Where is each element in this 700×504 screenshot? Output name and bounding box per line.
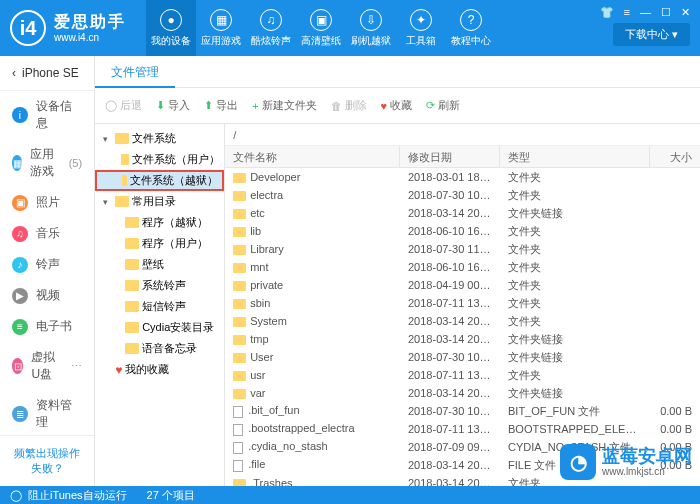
maximize-icon[interactable]: ☐ bbox=[661, 6, 671, 19]
file-row[interactable]: User2018-07-30 10:34:…文件夹链接 bbox=[225, 348, 700, 366]
tree-item-11[interactable]: ♥我的收藏 bbox=[95, 359, 224, 380]
tree-item-7[interactable]: 系统铃声 bbox=[95, 275, 224, 296]
tree-label: 壁纸 bbox=[142, 257, 164, 272]
file-row[interactable]: electra2018-07-30 10:34:…文件夹 bbox=[225, 186, 700, 204]
app-url: www.i4.cn bbox=[54, 32, 126, 44]
close-icon[interactable]: ✕ bbox=[681, 6, 690, 19]
nav-tab-3[interactable]: ▣高清壁纸 bbox=[296, 0, 346, 56]
file-row[interactable]: var2018-03-14 20:23:…文件夹链接 bbox=[225, 384, 700, 402]
tree-item-9[interactable]: Cydia安装目录 bbox=[95, 317, 224, 338]
file-row[interactable]: private2018-04-19 00:49:…文件夹 bbox=[225, 276, 700, 294]
sidebar-item-4[interactable]: ♪铃声 bbox=[0, 249, 94, 280]
heart-icon: ♥ bbox=[381, 100, 388, 112]
tree-item-5[interactable]: 程序（用户） bbox=[95, 233, 224, 254]
nav-label: 我的设备 bbox=[151, 34, 191, 48]
item-count: 27 个项目 bbox=[147, 488, 195, 503]
file-row[interactable]: tmp2018-03-14 20:23:…文件夹链接 bbox=[225, 330, 700, 348]
file-name: sbin bbox=[225, 297, 400, 309]
chevron-left-icon[interactable]: ‹ bbox=[12, 66, 16, 80]
file-row[interactable]: etc2018-03-14 20:23:…文件夹链接 bbox=[225, 204, 700, 222]
nav-icon: ⇩ bbox=[360, 9, 382, 31]
skin-icon[interactable]: 👕 bbox=[600, 6, 614, 19]
sidebar-item-1[interactable]: ▦应用游戏(5) bbox=[0, 139, 94, 187]
nav-tab-1[interactable]: ▦应用游戏 bbox=[196, 0, 246, 56]
file-name: private bbox=[225, 279, 400, 291]
sidebar-item-5[interactable]: ▶视频 bbox=[0, 280, 94, 311]
column-date[interactable]: 修改日期 bbox=[400, 146, 500, 167]
tree-item-10[interactable]: 语音备忘录 bbox=[95, 338, 224, 359]
folder-icon bbox=[122, 175, 127, 186]
sidebar-item-3[interactable]: ♫音乐 bbox=[0, 218, 94, 249]
file-name: .Trashes bbox=[225, 477, 400, 486]
sidebar-item-2[interactable]: ▣照片 bbox=[0, 187, 94, 218]
minimize-icon[interactable]: — bbox=[640, 6, 651, 19]
tree-item-8[interactable]: 短信铃声 bbox=[95, 296, 224, 317]
file-size: 0.00 B bbox=[650, 423, 700, 435]
nav-tab-5[interactable]: ✦工具箱 bbox=[396, 0, 446, 56]
nav-tab-4[interactable]: ⇩刷机越狱 bbox=[346, 0, 396, 56]
tree-item-6[interactable]: 壁纸 bbox=[95, 254, 224, 275]
nav-tab-0[interactable]: ●我的设备 bbox=[146, 0, 196, 56]
sidebar-icon: ▶ bbox=[12, 288, 28, 304]
column-type[interactable]: 类型 bbox=[500, 146, 650, 167]
file-row[interactable]: usr2018-07-11 13:48:…文件夹 bbox=[225, 366, 700, 384]
column-size[interactable]: 大小 bbox=[650, 146, 700, 167]
favorite-button[interactable]: ♥收藏 bbox=[381, 98, 413, 113]
path-bar[interactable]: / bbox=[225, 124, 700, 146]
itunes-toggle[interactable]: ◯ 阻止iTunes自动运行 bbox=[10, 488, 127, 503]
file-row[interactable]: .bootstrapped_electra2018-07-11 13:24:…B… bbox=[225, 420, 700, 438]
export-button[interactable]: ⬆导出 bbox=[204, 98, 238, 113]
new-folder-button[interactable]: +新建文件夹 bbox=[252, 98, 316, 113]
nav-label: 酷炫铃声 bbox=[251, 34, 291, 48]
file-row[interactable]: .bit_of_fun2018-07-30 10:34:…BIT_OF_FUN … bbox=[225, 402, 700, 420]
file-row[interactable]: Developer2018-03-01 18:08:…文件夹 bbox=[225, 168, 700, 186]
file-size: 0.00 B bbox=[650, 441, 700, 453]
tree-item-4[interactable]: 程序（越狱） bbox=[95, 212, 224, 233]
nav-tab-2[interactable]: ♫酷炫铃声 bbox=[246, 0, 296, 56]
file-row[interactable]: .Trashes2018-03-14 20:23:…文件夹 bbox=[225, 474, 700, 486]
sidebar-icon: ⊡ bbox=[12, 358, 23, 374]
expand-icon[interactable]: ▾ bbox=[103, 134, 112, 144]
device-selector[interactable]: ‹ iPhone SE bbox=[0, 56, 94, 91]
sidebar-item-7[interactable]: ⊡虚拟U盘⋯ bbox=[0, 342, 94, 390]
expand-icon[interactable]: ▾ bbox=[103, 197, 112, 207]
file-type: 文件夹 bbox=[500, 476, 650, 487]
feedback-icon[interactable]: ≡ bbox=[624, 6, 630, 19]
file-row[interactable]: System2018-03-14 20:18:…文件夹 bbox=[225, 312, 700, 330]
file-list-header: 文件名称 修改日期 类型 大小 bbox=[225, 146, 700, 168]
download-center-button[interactable]: 下载中心 ▾ bbox=[613, 23, 690, 46]
folder-icon bbox=[233, 191, 246, 201]
file-icon bbox=[233, 406, 243, 418]
refresh-icon: ⟳ bbox=[426, 99, 435, 112]
file-date: 2018-07-30 10:34:… bbox=[400, 189, 500, 201]
file-row[interactable]: .cydia_no_stash2018-07-09 09:49:…CYDIA_N… bbox=[225, 438, 700, 456]
tree-item-0[interactable]: ▾文件系统 bbox=[95, 128, 224, 149]
file-row[interactable]: sbin2018-07-11 13:24:…文件夹 bbox=[225, 294, 700, 312]
sidebar-item-6[interactable]: ≡电子书 bbox=[0, 311, 94, 342]
folder-icon bbox=[115, 196, 129, 207]
refresh-button[interactable]: ⟳刷新 bbox=[426, 98, 460, 113]
sidebar-label: 照片 bbox=[36, 194, 60, 211]
nav-tab-6[interactable]: ?教程中心 bbox=[446, 0, 496, 56]
sidebar-label: 铃声 bbox=[36, 256, 60, 273]
tree-label: 语音备忘录 bbox=[142, 341, 197, 356]
file-size: 0.00 B bbox=[650, 459, 700, 471]
tree-item-3[interactable]: ▾常用目录 bbox=[95, 191, 224, 212]
file-row[interactable]: lib2018-06-10 16:52:…文件夹 bbox=[225, 222, 700, 240]
import-button[interactable]: ⬇导入 bbox=[156, 98, 190, 113]
column-name[interactable]: 文件名称 bbox=[225, 146, 400, 167]
file-row[interactable]: mnt2018-06-10 16:52:…文件夹 bbox=[225, 258, 700, 276]
tab-file-management[interactable]: 文件管理 bbox=[95, 56, 175, 88]
delete-button[interactable]: 🗑删除 bbox=[331, 98, 367, 113]
sidebar-item-0[interactable]: i设备信息 bbox=[0, 91, 94, 139]
tree-item-2[interactable]: 文件系统（越狱） bbox=[95, 170, 224, 191]
tree-label: 程序（用户） bbox=[142, 236, 208, 251]
sidebar-item-8[interactable]: ≣资料管理 bbox=[0, 390, 94, 435]
tree-item-1[interactable]: 文件系统（用户） bbox=[95, 149, 224, 170]
file-row[interactable]: .file2018-03-14 20:18:…FILE 文件0.00 B bbox=[225, 456, 700, 474]
file-row[interactable]: Library2018-07-30 11:08:…文件夹 bbox=[225, 240, 700, 258]
help-link[interactable]: 频繁出现操作失败？ bbox=[0, 435, 94, 486]
back-button[interactable]: ◯后退 bbox=[105, 98, 142, 113]
sidebar-icon: ▣ bbox=[12, 195, 28, 211]
content: 文件管理 ◯后退 ⬇导入 ⬆导出 +新建文件夹 🗑删除 ♥收藏 ⟳刷新 ▾文件系… bbox=[95, 56, 700, 486]
